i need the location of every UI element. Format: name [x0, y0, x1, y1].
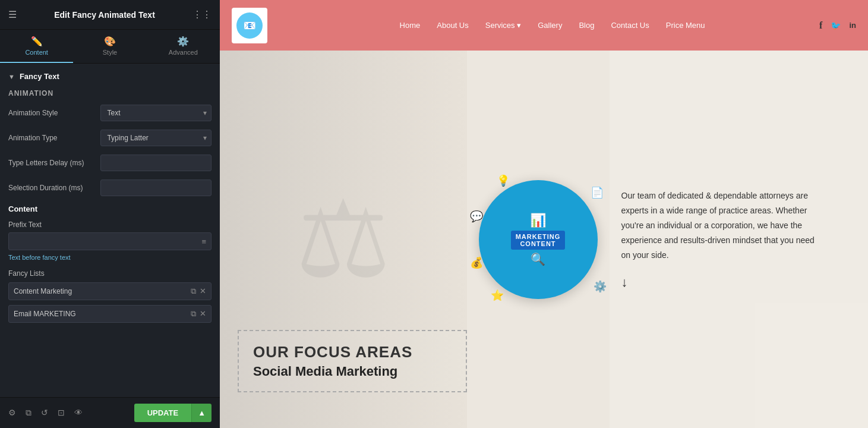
float-icon-3: ⚙️ [594, 280, 607, 293]
selection-duration-row: Selection Duration (ms) 500 [8, 180, 212, 196]
focus-subtitle: Social Media Marketing [253, 364, 452, 379]
hero-right: Our team of dedicated & dependable attor… [610, 51, 869, 428]
selection-duration-control: 500 [100, 180, 212, 196]
logo-circle: 📧 [236, 12, 263, 39]
circle-content: 📊 MARKETINGCONTENT 🔍 [505, 207, 572, 272]
facebook-icon[interactable]: f [819, 20, 822, 31]
services-dropdown-arrow: ▾ [517, 21, 521, 30]
panel-footer: ⚙ ⧉ ↺ ⊡ 👁 UPDATE ▲ [0, 397, 220, 428]
tab-content[interactable]: ✏️ Content [0, 30, 73, 63]
left-panel: ☰ Edit Fancy Animated Text ⋮⋮ ✏️ Content… [0, 0, 220, 428]
hero-description: Our team of dedicated & dependable attor… [621, 188, 823, 263]
delete-icon-0[interactable]: ✕ [200, 287, 206, 296]
hero-left: ⚖ OUR FOCUS AREAS Social Media Marketing [220, 51, 467, 428]
preview-icon[interactable]: 👁 [74, 408, 83, 418]
hero-center: 💡 📄 ⚙️ ⭐ 💬 💰 📊 MARKETINGCONTENT 🔍 [467, 51, 610, 428]
animation-style-select-wrapper: Text Color Highlight [100, 105, 212, 121]
float-icon-5: 💬 [470, 210, 483, 223]
type-letters-delay-input[interactable]: 150 [100, 155, 212, 171]
tab-style-label: Style [103, 49, 117, 56]
prefix-hint: Text before fancy text [8, 254, 212, 261]
hamburger-icon[interactable]: ☰ [8, 9, 17, 20]
fancy-list-icons-0: ⧉ ✕ [191, 287, 206, 296]
type-letters-delay-label: Type Letters Delay (ms) [8, 159, 100, 167]
linkedin-icon[interactable]: in [849, 21, 856, 30]
nav-links: Home About Us Services ▾ Gallery Blog Co… [285, 21, 819, 30]
marketing-circle: 💡 📄 ⚙️ ⭐ 💬 💰 📊 MARKETINGCONTENT 🔍 [479, 180, 598, 299]
hero-down-arrow: ↓ [621, 275, 851, 290]
fancy-list-input-0[interactable] [14, 287, 191, 295]
focus-areas-box: OUR FOCUS AREAS Social Media Marketing [238, 330, 467, 392]
prefix-input-wrapper: OUR FOCUS AREAS ≡ [8, 232, 212, 250]
update-arrow-button[interactable]: ▲ [191, 404, 212, 422]
settings-icon[interactable]: ⚙ [8, 408, 16, 418]
responsive-icon[interactable]: ⊡ [58, 408, 65, 418]
section-name: Fancy Text [20, 72, 59, 81]
panel-body: ▼ Fancy Text Animation Animation Style T… [0, 64, 220, 397]
copy-icon-1[interactable]: ⧉ [191, 309, 196, 319]
tab-advanced-label: Advanced [169, 49, 198, 56]
animation-label: Animation [8, 89, 212, 97]
selection-duration-label: Selection Duration (ms) [8, 184, 100, 192]
circle-badge: MARKETINGCONTENT [511, 231, 566, 250]
delete-icon-1[interactable]: ✕ [200, 309, 206, 319]
animation-style-select[interactable]: Text Color Highlight [100, 105, 212, 121]
nav-contact[interactable]: Contact Us [611, 21, 649, 30]
nav-services[interactable]: Services ▾ [485, 21, 521, 30]
nav-social: f 🐦 in [819, 20, 856, 31]
prefix-text-icon[interactable]: ≡ [197, 237, 211, 246]
footer-icons: ⚙ ⧉ ↺ ⊡ 👁 [8, 408, 83, 418]
fancy-list-item-0: ⧉ ✕ [8, 282, 212, 300]
fancy-text-section-header: ▼ Fancy Text [8, 72, 212, 81]
nav-blog[interactable]: Blog [579, 21, 594, 30]
type-letters-delay-control: 150 [100, 155, 212, 171]
tab-style[interactable]: 🎨 Style [73, 30, 146, 63]
fancy-list-item-1: ⧉ ✕ [8, 305, 212, 323]
selection-duration-input[interactable]: 500 [100, 180, 212, 196]
update-btn-group: UPDATE ▲ [134, 404, 212, 422]
prefix-text-label: Prefix Text [8, 221, 212, 229]
style-tab-icon: 🎨 [104, 36, 116, 47]
nav-about[interactable]: About Us [437, 21, 468, 30]
advanced-tab-icon: ⚙️ [177, 36, 189, 47]
navbar: 📧 Home About Us Services ▾ Gallery Blog … [220, 0, 868, 51]
animation-style-row: Animation Style Text Color Highlight [8, 105, 212, 121]
tab-advanced[interactable]: ⚙️ Advanced [147, 30, 220, 63]
panel-title: Edit Fancy Animated Text [54, 10, 155, 20]
float-icon-6: 💰 [470, 256, 483, 269]
nav-price-menu[interactable]: Price Menu [666, 21, 705, 30]
animation-type-select-wrapper: Typing Latter Fade Slide [100, 130, 212, 146]
panel-tabs: ✏️ Content 🎨 Style ⚙️ Advanced [0, 30, 220, 64]
hero-section: ⚖ OUR FOCUS AREAS Social Media Marketing… [220, 51, 868, 428]
prefix-text-input[interactable]: OUR FOCUS AREAS [9, 233, 197, 250]
animation-type-label: Animation Type [8, 134, 100, 142]
right-panel: 📧 Home About Us Services ▾ Gallery Blog … [220, 0, 868, 428]
twitter-icon[interactable]: 🐦 [831, 21, 841, 30]
main-content: ⚖ OUR FOCUS AREAS Social Media Marketing… [220, 51, 868, 428]
animation-type-row: Animation Type Typing Latter Fade Slide [8, 130, 212, 146]
focus-title: OUR FOCUS AREAS [253, 343, 452, 361]
float-icon-4: ⭐ [491, 289, 504, 302]
animation-style-control: Text Color Highlight [100, 105, 212, 121]
animation-type-select[interactable]: Typing Latter Fade Slide [100, 130, 212, 146]
panel-header: ☰ Edit Fancy Animated Text ⋮⋮ [0, 0, 220, 30]
float-icon-1: 💡 [497, 174, 510, 187]
content-section-label: Content [8, 204, 212, 213]
float-icon-2: 📄 [591, 186, 604, 199]
copy-icon-0[interactable]: ⧉ [191, 287, 196, 296]
content-tab-icon: ✏️ [31, 36, 43, 47]
layers-icon[interactable]: ⧉ [26, 408, 31, 418]
type-letters-delay-row: Type Letters Delay (ms) 150 [8, 155, 212, 171]
update-button[interactable]: UPDATE [134, 404, 191, 422]
animation-type-control: Typing Latter Fade Slide [100, 130, 212, 146]
animation-style-label: Animation Style [8, 109, 100, 117]
nav-gallery[interactable]: Gallery [538, 21, 562, 30]
grid-icon[interactable]: ⋮⋮ [192, 9, 212, 20]
navbar-logo: 📧 [232, 8, 267, 43]
fancy-list-input-1[interactable] [14, 310, 191, 318]
history-icon[interactable]: ↺ [41, 408, 48, 418]
section-arrow: ▼ [8, 73, 15, 80]
fancy-lists-label: Fancy Lists [8, 269, 212, 278]
nav-home[interactable]: Home [400, 21, 421, 30]
tab-content-label: Content [25, 49, 48, 56]
